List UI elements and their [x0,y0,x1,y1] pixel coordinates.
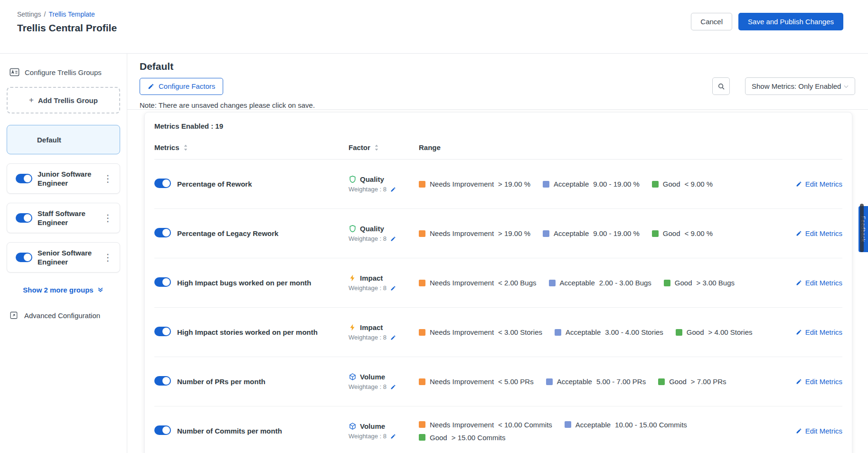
range-chip-needs-improvement: Needs Improvement < 2.00 Bugs [419,279,537,287]
configure-factors-label: Configure Factors [159,82,215,90]
quality-shield-icon [349,225,357,233]
group-title: Default [140,61,855,72]
metric-enabled-toggle[interactable] [154,327,171,336]
scrollbar-thumb[interactable] [860,204,864,252]
range-chip-acceptable: Acceptable 9.00 - 19.00 % [543,180,640,188]
good-color-swatch [419,434,425,441]
group-card[interactable]: Staff Software Engineer ⋮ [7,203,120,233]
range-value: < 2.00 Bugs [498,279,536,287]
metric-enabled-toggle[interactable] [154,277,171,287]
show-metrics-filter-dropdown[interactable]: Show Metrics: Only Enabled [745,77,855,95]
range-chip-good: Good > 3.00 Bugs [664,279,735,287]
group-enabled-toggle[interactable] [16,213,32,223]
table-row: Percentage of Rework Quality Weightage :… [154,160,842,209]
group-enabled-toggle[interactable] [16,174,32,183]
range-chip-good: Good > 15.00 Commits [419,434,506,442]
advanced-configuration-link[interactable]: Advanced Configuration [7,311,120,320]
toggle-knob [162,278,170,286]
range-chip-good: Good < 9.00 % [652,229,713,237]
chevron-down-icon [843,83,849,90]
range-label: Good [663,229,680,237]
search-button[interactable] [712,77,730,95]
range-chip-acceptable: Acceptable 5.00 - 7.00 PRs [546,378,646,386]
edit-weightage-icon[interactable] [390,236,396,242]
edit-metrics-label: Edit Metrics [805,180,842,188]
group-card-default[interactable]: Default [7,125,120,154]
breadcrumb-settings[interactable]: Settings [17,10,41,18]
table-row: Number of PRs per month Volume Weightage… [154,357,842,406]
edit-metrics-link[interactable]: Edit Metrics [796,279,842,287]
metric-enabled-toggle[interactable] [154,376,171,386]
range-value: > 4.00 Stories [708,328,753,336]
edit-metrics-link[interactable]: Edit Metrics [796,328,842,336]
good-color-swatch [658,378,665,385]
edit-metrics-link[interactable]: Edit Metrics [796,229,842,237]
pencil-icon [796,428,802,434]
needs-improvement-color-swatch [419,329,425,336]
kebab-menu-icon[interactable]: ⋮ [101,173,115,184]
cancel-button[interactable]: Cancel [691,13,732,30]
range-value: > 15.00 Commits [452,434,506,442]
range-value: > 7.00 PRs [691,378,726,386]
weightage-label: Weightage : 8 [349,433,387,440]
metric-name: High Impact stories worked on per month [177,328,349,336]
range-value: < 5.00 PRs [498,378,534,386]
edit-weightage-icon[interactable] [390,384,396,390]
group-card[interactable]: Junior Software Engineer ⋮ [7,163,120,194]
edit-weightage-icon[interactable] [390,285,396,291]
metric-enabled-toggle[interactable] [154,179,171,188]
weightage-label: Weightage : 8 [349,186,387,193]
weightage-label: Weightage : 8 [349,334,387,341]
edit-metrics-link[interactable]: Edit Metrics [796,180,842,188]
group-name: Default [37,136,61,144]
add-trellis-group-button[interactable]: + Add Trellis Group [7,87,120,113]
group-card[interactable]: Senior Software Engineer ⋮ [7,242,120,273]
kebab-menu-icon[interactable]: ⋮ [101,252,115,263]
metric-enabled-toggle[interactable] [154,425,171,435]
metrics-table-card: Metrics Enabled : 19 Metrics Factor Rang… [144,112,852,453]
save-and-publish-button[interactable]: Save and Publish Changes [738,13,843,30]
range-label: Good [430,434,447,442]
metric-name: Number of Commits per month [177,427,349,435]
configure-factors-button[interactable]: Configure Factors [140,78,223,95]
breadcrumb-trellis-template[interactable]: Trellis Template [48,10,94,18]
edit-weightage-icon[interactable] [390,187,396,192]
show-more-groups-link[interactable]: Show 2 more groups [7,286,120,294]
table-row: Percentage of Legacy Rework Quality Weig… [154,209,842,258]
breadcrumb-separator: / [44,10,46,18]
edit-weightage-icon[interactable] [390,335,396,340]
weightage-label: Weightage : 8 [349,284,387,292]
search-icon [717,83,725,90]
kebab-menu-icon[interactable]: ⋮ [101,212,115,224]
group-enabled-toggle[interactable] [16,253,32,262]
good-color-swatch [652,181,659,188]
pencil-icon [796,181,802,187]
range-chip-needs-improvement: Needs Improvement < 3.00 Stories [419,328,542,336]
column-header-range: Range [419,143,441,151]
range-label: Needs Improvement [430,328,494,336]
toggle-knob [162,179,170,187]
range-chip-acceptable: Acceptable 9.00 - 19.00 % [543,229,640,237]
weightage-label: Weightage : 8 [349,235,387,242]
sort-icon[interactable] [183,144,188,151]
edit-weightage-icon[interactable] [390,434,396,439]
page-title: Trellis Central Profile [17,22,117,34]
show-more-groups-label: Show 2 more groups [23,286,93,294]
metrics-enabled-count: Metrics Enabled : 19 [154,113,842,136]
acceptable-color-swatch [565,421,571,428]
group-name: Staff Software Engineer [38,209,95,227]
sidebar: Configure Trellis Groups + Add Trellis G… [0,54,127,453]
toggle-knob [162,229,170,236]
edit-metrics-link[interactable]: Edit Metrics [796,427,842,435]
range-value: 5.00 - 7.00 PRs [596,378,646,386]
range-value: > 19.00 % [498,229,530,237]
range-chip-needs-improvement: Needs Improvement > 19.00 % [419,180,530,188]
edit-metrics-link[interactable]: Edit Metrics [796,378,842,386]
sort-icon[interactable] [374,144,379,151]
unsaved-changes-note: Note: There are unsaved changes please c… [140,101,855,109]
metric-enabled-toggle[interactable] [154,228,171,237]
range-label: Acceptable [554,229,589,237]
toggle-knob [24,214,31,222]
metrics-table-body: Percentage of Rework Quality Weightage :… [154,160,842,453]
metric-name: Number of PRs per month [177,378,349,386]
